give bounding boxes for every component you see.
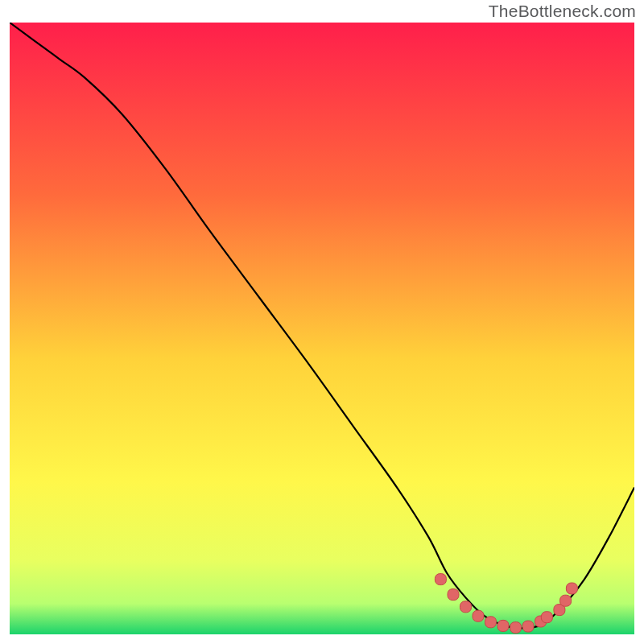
curve-marker — [560, 595, 572, 606]
curve-marker — [435, 574, 446, 585]
plot-area — [10, 23, 634, 634]
curve-marker — [522, 621, 534, 632]
curve-marker — [485, 617, 497, 628]
curve-marker — [473, 610, 484, 621]
watermark-text: TheBottleneck.com — [489, 2, 636, 21]
curve-marker — [497, 620, 509, 631]
curve-marker — [541, 612, 552, 623]
curve-marker — [566, 583, 577, 594]
gradient-background — [10, 23, 634, 634]
chart-svg — [10, 23, 634, 634]
chart-stage: TheBottleneck.com — [0, 0, 644, 644]
curve-marker — [448, 589, 459, 601]
curve-marker — [460, 601, 472, 613]
curve-marker — [510, 622, 522, 634]
